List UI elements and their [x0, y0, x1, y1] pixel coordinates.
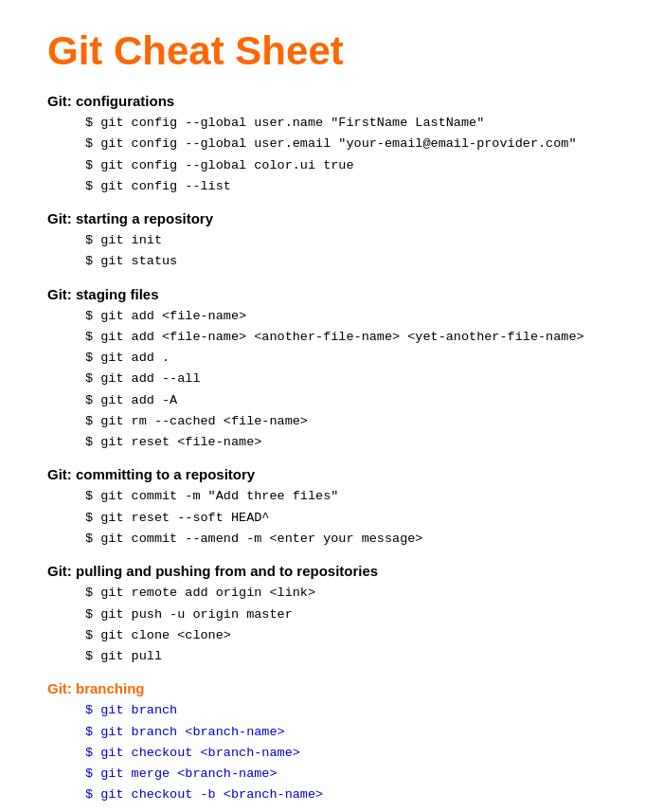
section-heading-pulling-pushing: Git: pulling and pushing from and to rep… — [47, 563, 616, 579]
section-heading-starting: Git: starting a repository — [47, 210, 616, 226]
section-staging: Git: staging files$ git add <file-name>$… — [47, 286, 616, 454]
command-line-branching-1: $ git branch <branch-name> — [85, 722, 616, 743]
command-line-staging-0: $ git add <file-name> — [85, 306, 616, 327]
section-starting: Git: starting a repository$ git init$ gi… — [47, 210, 616, 273]
command-line-pulling-pushing-3: $ git pull — [85, 646, 616, 667]
command-line-branching-3: $ git merge <branch-name> — [85, 764, 616, 785]
command-line-staging-6: $ git reset <file-name> — [85, 432, 616, 453]
commands-staging: $ git add <file-name>$ git add <file-nam… — [47, 306, 616, 454]
command-line-configurations-0: $ git config --global user.name "FirstNa… — [85, 113, 616, 134]
command-line-committing-2: $ git commit --amend -m <enter your mess… — [85, 529, 616, 550]
command-line-staging-1: $ git add <file-name> <another-file-name… — [85, 327, 616, 348]
command-line-committing-0: $ git commit -m "Add three files" — [85, 486, 616, 507]
section-committing: Git: committing to a repository$ git com… — [47, 466, 616, 550]
section-heading-staging: Git: staging files — [47, 286, 616, 302]
section-heading-configurations: Git: configurations — [47, 93, 616, 109]
commands-starting: $ git init$ git status — [47, 230, 616, 273]
command-line-committing-1: $ git reset --soft HEAD^ — [85, 508, 616, 529]
command-line-configurations-3: $ git config --list — [85, 176, 616, 197]
section-heading-branching: Git: branching — [47, 680, 616, 696]
section-configurations: Git: configurations$ git config --global… — [47, 93, 616, 197]
commands-pulling-pushing: $ git remote add origin <link>$ git push… — [47, 583, 616, 667]
command-line-staging-4: $ git add -A — [85, 390, 616, 411]
command-line-starting-0: $ git init — [85, 230, 616, 251]
command-line-branching-4: $ git checkout -b <branch-name> — [85, 785, 616, 805]
command-line-configurations-1: $ git config --global user.email "your-e… — [85, 134, 616, 154]
command-line-starting-1: $ git status — [85, 251, 616, 272]
command-line-branching-0: $ git branch — [85, 700, 616, 721]
commands-committing: $ git commit -m "Add three files"$ git r… — [47, 486, 616, 550]
section-branching: Git: branching$ git branch$ git branch <… — [47, 680, 616, 805]
command-line-staging-3: $ git add --all — [85, 369, 616, 389]
command-line-branching-2: $ git checkout <branch-name> — [85, 743, 616, 764]
command-line-staging-5: $ git rm --cached <file-name> — [85, 411, 616, 432]
command-line-staging-2: $ git add . — [85, 348, 616, 369]
commands-configurations: $ git config --global user.name "FirstNa… — [47, 113, 616, 197]
sections-container: Git: configurations$ git config --global… — [47, 93, 616, 806]
commands-branching: $ git branch$ git branch <branch-name>$ … — [47, 700, 616, 805]
page-title: Git Cheat Sheet — [47, 28, 616, 74]
command-line-configurations-2: $ git config --global color.ui true — [85, 155, 616, 176]
command-line-pulling-pushing-0: $ git remote add origin <link> — [85, 583, 616, 604]
command-line-pulling-pushing-2: $ git clone <clone> — [85, 625, 616, 646]
section-heading-committing: Git: committing to a repository — [47, 466, 616, 482]
section-pulling-pushing: Git: pulling and pushing from and to rep… — [47, 563, 616, 667]
command-line-pulling-pushing-1: $ git push -u origin master — [85, 604, 616, 625]
